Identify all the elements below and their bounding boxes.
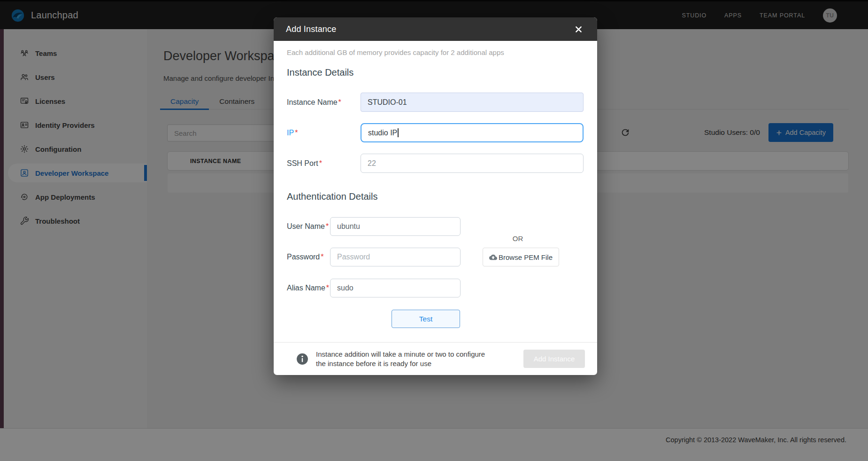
modal-subtitle: Each additional GB of memory provides ca… [287, 48, 504, 56]
required-asterisk: * [319, 159, 322, 168]
ip-input-value: studio IP [368, 129, 397, 137]
alias-name-label: Alias Name* [287, 279, 329, 297]
browse-pem-file-button[interactable]: Browse PEM File [483, 248, 559, 266]
instance-note: Instance addition will take a minute or … [316, 350, 485, 368]
required-asterisk: * [326, 284, 329, 292]
modal-footer: Instance addition will take a minute or … [274, 342, 597, 375]
required-asterisk: * [338, 98, 341, 107]
launchpad-app: Launchpad STUDIO APPS TEAM PORTAL TU Tea… [0, 0, 868, 461]
password-label: Password* [287, 248, 323, 266]
required-asterisk: * [295, 129, 298, 137]
or-divider-label: OR [494, 234, 541, 242]
required-asterisk: * [326, 222, 329, 231]
info-icon [296, 353, 308, 365]
ip-label: IP* [287, 123, 298, 142]
text-cursor [398, 128, 399, 137]
user-name-input[interactable] [330, 217, 461, 236]
password-input[interactable] [330, 248, 461, 266]
add-instance-button[interactable]: Add Instance [523, 350, 585, 368]
cloud-upload-icon [489, 253, 497, 261]
modal-header: Add Instance [274, 17, 597, 41]
test-button[interactable]: Test [392, 310, 460, 328]
instance-name-label: Instance Name* [287, 93, 341, 112]
alias-name-input[interactable] [330, 279, 461, 297]
instance-name-input[interactable] [361, 93, 584, 112]
browse-pem-label: Browse PEM File [499, 253, 553, 261]
section-instance-details: Instance Details [287, 67, 353, 78]
ip-input[interactable]: studio IP [361, 123, 584, 142]
ssh-port-input[interactable] [361, 154, 584, 173]
close-icon[interactable] [572, 23, 585, 36]
add-instance-modal: Add Instance Each additional GB of memor… [274, 17, 597, 375]
ssh-port-label: SSH Port* [287, 154, 322, 173]
section-authentication-details: Authentication Details [287, 191, 377, 202]
user-name-label: User Name* [287, 217, 329, 236]
modal-title: Add Instance [286, 24, 336, 34]
required-asterisk: * [321, 253, 323, 261]
